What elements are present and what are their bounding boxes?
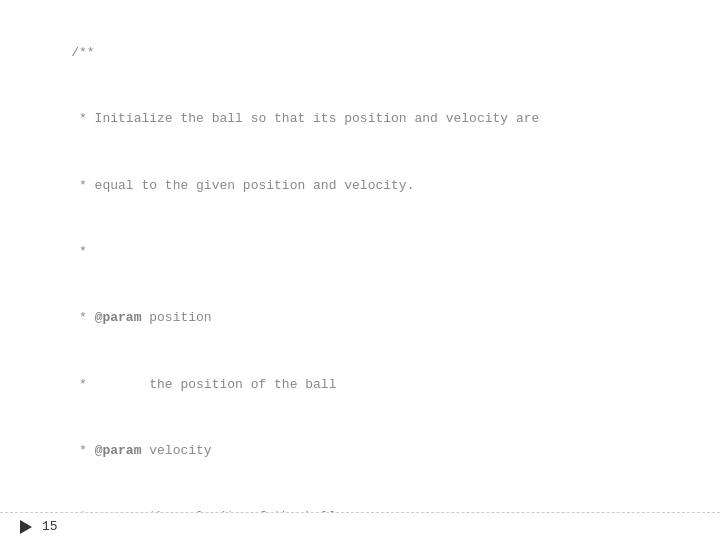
comment-line-6: * the position of the ball	[71, 377, 336, 392]
comment-asterisk-7: *	[71, 443, 94, 458]
comment-line-3: * equal to the given position and veloci…	[71, 178, 414, 193]
code-line-1: /**	[40, 20, 680, 86]
comment-open: /**	[71, 45, 94, 60]
code-block: /** * Initialize the ball so that its po…	[0, 0, 720, 512]
param-annotation-1: @param	[95, 310, 142, 325]
param-annotation-2: @param	[95, 443, 142, 458]
comment-line-2: * Initialize the ball so that its positi…	[71, 111, 539, 126]
param-name-1: position	[141, 310, 211, 325]
code-line-6: * the position of the ball	[40, 351, 680, 417]
page-number: 15	[42, 519, 58, 534]
code-line-4: *	[40, 219, 680, 285]
code-line-3: * equal to the given position and veloci…	[40, 153, 680, 219]
code-line-7: * @param velocity	[40, 418, 680, 484]
comment-asterisk-5: *	[71, 310, 94, 325]
code-line-5: * @param position	[40, 285, 680, 351]
footer: 15	[0, 512, 720, 540]
code-line-8: * the velocity of the ball	[40, 484, 680, 512]
code-line-2: * Initialize the ball so that its positi…	[40, 86, 680, 152]
comment-line-4: *	[71, 244, 87, 259]
param-name-2: velocity	[141, 443, 211, 458]
play-button[interactable]	[20, 520, 32, 534]
